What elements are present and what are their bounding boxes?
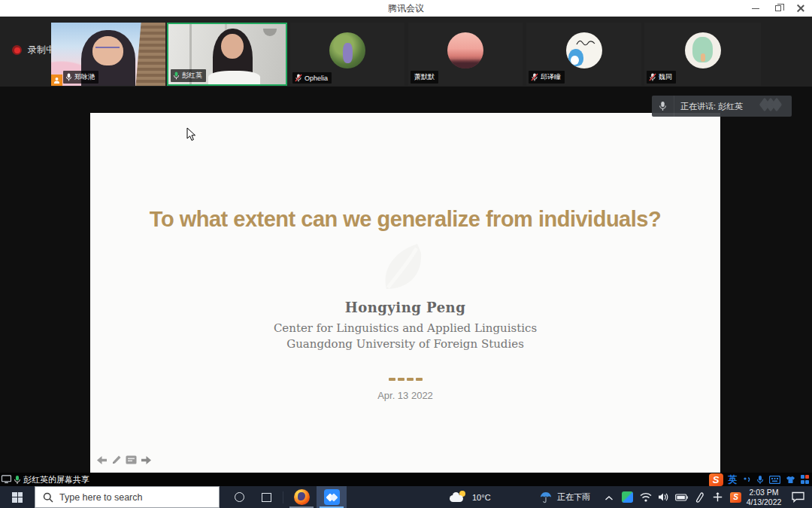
task-view-button[interactable] [253,486,280,508]
mic-muted-icon [649,73,656,81]
slide-divider-dashes [90,378,720,381]
windows-logo-icon [12,492,23,503]
battery-button[interactable] [675,490,688,505]
meeting-tray-button[interactable] [621,490,634,505]
taskbar-weather[interactable]: 10°C [450,493,491,502]
minimize-button[interactable] [744,0,767,17]
firefox-taskbar-button[interactable] [286,486,317,508]
search-input[interactable] [59,492,202,503]
previous-slide-icon[interactable] [96,455,108,465]
participant-tile-1[interactable]: 郑咏滟 [51,23,165,86]
ime-punctuation-icon[interactable] [743,476,751,483]
participant-nametag: 萧默默 [411,71,438,84]
wifi-icon [640,492,652,502]
titlebar: 腾讯会议 [0,0,812,17]
participant-tile-6[interactable]: 魏同 [644,23,761,86]
meeting-tray-icon [622,491,633,503]
cortana-icon [235,492,244,502]
restore-button[interactable] [767,0,789,17]
windows-taskbar: 10°C 正在下雨 S [0,486,812,508]
recording-indicator: 录制中 [12,44,55,56]
pen-icon [695,492,704,503]
participant-name: 邱译瞳 [541,72,561,82]
share-status-bar: 彭红英的屏幕共享 S 英 [0,473,812,486]
sogou-logo-icon[interactable]: S [709,473,723,486]
participant-name: 郑咏滟 [74,72,95,82]
participant-tile-2[interactable]: 彭红英 [167,23,287,86]
participant-nametag: 邱译瞳 [529,71,565,84]
mic-speaking-icon [173,71,180,80]
clock-time: 2:03 PM [744,488,783,497]
ink-workspace-button[interactable] [693,490,706,505]
clock-date: 4/13/2022 [744,497,783,507]
next-slide-icon[interactable] [141,455,152,465]
search-icon [43,492,53,503]
mic-muted-icon [531,73,538,81]
notification-bubble-icon [792,491,804,503]
taskbar-separator [283,491,283,503]
sogou-tray-button[interactable]: S [729,490,742,505]
umbrella-icon [540,491,552,503]
speaking-toast: 正在讲话: 彭红英 [652,96,792,117]
presentation-slide: To what extent can we generalize from in… [90,113,720,473]
weather-temperature: 10°C [472,493,491,502]
participant-nametag: 彭红英 [171,69,206,82]
tray-overflow-button[interactable] [604,491,614,504]
mic-on-icon [65,73,72,81]
slideshow-icon[interactable] [126,455,137,464]
window-controls [744,0,812,17]
ime-voice-icon[interactable] [756,475,764,485]
taskbar-search-box[interactable] [35,486,220,508]
participant-name: 萧默默 [414,72,435,82]
firefox-icon [294,489,310,505]
ime-language-mode[interactable]: 英 [729,473,738,486]
tencent-meeting-window: 腾讯会议 录制中 郑咏滟 [0,0,812,508]
volume-button[interactable] [657,490,670,505]
move-tool-button[interactable] [711,490,724,505]
close-button[interactable] [789,0,812,17]
network-button[interactable] [639,490,652,505]
mic-icon [659,101,667,111]
start-button[interactable] [0,486,35,508]
share-status-label: 彭红英的屏幕共享 [23,474,89,485]
ime-toolbox-icon[interactable] [801,475,810,484]
avatar [329,32,365,68]
taskbar-rain-status[interactable]: 正在下雨 [540,491,590,503]
mic-muted-icon [295,74,302,82]
participant-name: Ophelia [304,75,328,82]
avatar [566,32,602,68]
ime-keyboard-icon[interactable] [769,476,780,484]
mouse-cursor [186,127,196,141]
action-center-button[interactable] [788,491,807,503]
speaking-toast-label: 正在讲话: 彭红英 [680,101,743,112]
affiliation-line-1: Center for Linguistics and Applied Lingu… [90,321,720,336]
participant-nametag: 魏同 [647,71,676,84]
battery-icon [675,494,688,501]
participant-nametag: 郑咏滟 [63,71,98,84]
ime-skin-icon[interactable] [786,476,795,484]
move-cross-icon [713,492,723,502]
sogou-ime-toolbar: S 英 [709,473,810,486]
tencent-meeting-taskbar-button[interactable] [317,486,347,508]
author-name: Hongying Peng [90,300,720,315]
minimize-icon [752,8,759,9]
avatar [685,32,721,68]
affiliation-line-2: Guangdong University of Foreign Studies [90,336,720,352]
speaker-icon [658,492,669,502]
participant-name: 魏同 [659,72,672,82]
taskbar-clock[interactable]: 2:03 PM 4/13/2022 [744,488,783,507]
window-title: 腾讯会议 [388,2,424,15]
cloud-sun-icon [450,493,466,502]
host-badge-icon [51,75,62,86]
participant-tile-4[interactable]: 萧默默 [408,23,523,86]
cortana-button[interactable] [226,486,253,508]
participant-tile-3[interactable]: Ophelia [290,23,404,86]
shared-screen-area: 正在讲话: 彭红英 To what extent can we generali… [0,87,812,473]
participant-tile-5[interactable]: 邱译瞳 [526,23,641,86]
slide-title: To what extent can we generalize from in… [90,207,720,232]
avatar [447,32,483,68]
sogou-tray-icon: S [730,492,741,503]
pen-annotate-icon[interactable] [111,455,122,465]
author-block: Hongying Peng Center for Linguistics and… [90,300,720,352]
video-strip: 录制中 郑咏滟 彭红英 [0,17,812,87]
